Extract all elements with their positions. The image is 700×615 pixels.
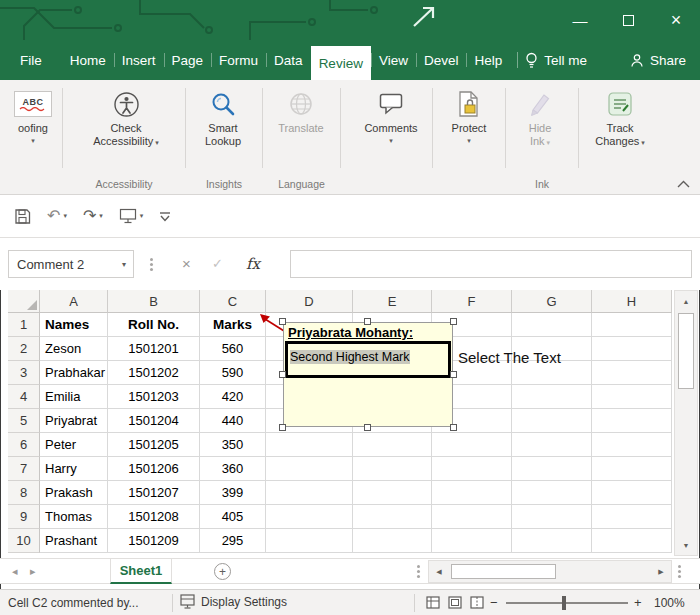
cell-H1[interactable] (592, 313, 672, 337)
close-button[interactable]: × (652, 0, 700, 40)
column-header-D[interactable]: D (266, 290, 353, 313)
proofing-button[interactable]: ABC oofing ▾ (6, 86, 60, 145)
tab-formulas[interactable]: Formu (211, 40, 266, 80)
undo-button[interactable]: ↶ ▾ (47, 208, 67, 224)
normal-view-icon[interactable] (426, 596, 440, 609)
selection-handle[interactable] (364, 318, 371, 325)
formula-input[interactable] (290, 250, 692, 278)
column-header-B[interactable]: B (108, 290, 200, 313)
selection-handle[interactable] (279, 371, 286, 378)
cell-H6[interactable] (592, 433, 672, 457)
tab-file[interactable]: File (12, 40, 50, 80)
row-header-9[interactable]: 9 (8, 505, 40, 529)
cell-E8[interactable] (353, 481, 432, 505)
page-break-view-icon[interactable] (470, 596, 484, 609)
cell-G4[interactable] (512, 385, 592, 409)
check-accessibility-button[interactable]: Check Accessibility▾ (78, 86, 174, 149)
cell-C7[interactable]: 360 (200, 457, 266, 481)
scroll-up-arrow[interactable]: ▲ (675, 291, 697, 311)
cell-F9[interactable] (432, 505, 512, 529)
cell-H7[interactable] (592, 457, 672, 481)
cell-A10[interactable]: Prashant (40, 529, 108, 553)
comment-box[interactable]: Priyabrata Mohanty: Second Highest Mark (283, 322, 453, 427)
cell-D8[interactable] (266, 481, 353, 505)
cell-E7[interactable] (353, 457, 432, 481)
sheet-nav-right-icon[interactable]: ▸ (30, 565, 36, 578)
scroll-left-arrow[interactable]: ◀ (429, 561, 449, 582)
cell-A1[interactable]: Names (40, 313, 108, 337)
column-header-C[interactable]: C (200, 290, 266, 313)
cell-G9[interactable] (512, 505, 592, 529)
cell-C2[interactable]: 560 (200, 337, 266, 361)
name-box-resize-handle[interactable] (150, 258, 153, 261)
zoom-slider[interactable] (506, 602, 628, 604)
tab-view[interactable]: View (371, 40, 416, 80)
select-all-corner[interactable] (8, 290, 40, 313)
tab-home[interactable]: Home (62, 40, 114, 80)
tab-data[interactable]: Data (266, 40, 311, 80)
cell-G7[interactable] (512, 457, 592, 481)
cell-G1[interactable] (512, 313, 592, 337)
cell-A6[interactable]: Peter (40, 433, 108, 457)
customize-quick-access-button[interactable] (159, 211, 171, 222)
selection-handle[interactable] (364, 424, 371, 431)
tab-insert[interactable]: Insert (114, 40, 164, 80)
share-button[interactable]: Share (630, 40, 700, 80)
cell-C10[interactable]: 295 (200, 529, 266, 553)
selection-handle[interactable] (450, 371, 457, 378)
cell-A8[interactable]: Prakash (40, 481, 108, 505)
zoom-slider-thumb[interactable] (562, 596, 566, 610)
cell-C9[interactable]: 405 (200, 505, 266, 529)
vertical-scroll-thumb[interactable] (678, 313, 694, 389)
comment-text-edit-box[interactable]: Second Highest Mark (285, 341, 451, 378)
track-changes-button[interactable]: Track Changes▾ (586, 86, 654, 149)
cell-G8[interactable] (512, 481, 592, 505)
cell-H8[interactable] (592, 481, 672, 505)
cell-A7[interactable]: Harry (40, 457, 108, 481)
tab-review[interactable]: Review (311, 46, 371, 80)
cell-H3[interactable] (592, 361, 672, 385)
cell-H10[interactable] (592, 529, 672, 553)
minimize-button[interactable]: — (556, 0, 604, 40)
name-box[interactable]: Comment 2 ▾ (8, 250, 134, 278)
tab-scrollbar-splitter[interactable] (417, 565, 420, 568)
column-header-A[interactable]: A (40, 290, 108, 313)
cell-A2[interactable]: Zeson (40, 337, 108, 361)
cell-C4[interactable]: 420 (200, 385, 266, 409)
cell-A4[interactable]: Emilia (40, 385, 108, 409)
tab-page-layout[interactable]: Page (164, 40, 212, 80)
column-header-G[interactable]: G (512, 290, 592, 313)
zoom-level[interactable]: 100% (654, 596, 685, 610)
collapse-ribbon-icon[interactable] (677, 180, 690, 188)
row-header-1[interactable]: 1 (8, 313, 40, 337)
cell-F7[interactable] (432, 457, 512, 481)
selection-handle[interactable] (450, 318, 457, 325)
row-header-7[interactable]: 7 (8, 457, 40, 481)
protect-button[interactable]: Protect ▾ (438, 86, 500, 145)
cell-D10[interactable] (266, 529, 353, 553)
cell-A5[interactable]: Priyabrat (40, 409, 108, 433)
cell-C8[interactable]: 399 (200, 481, 266, 505)
scrollbar-right-splitter[interactable] (678, 565, 681, 568)
cell-B1[interactable]: Roll No. (108, 313, 200, 337)
tell-me-button[interactable]: Tell me (525, 40, 587, 80)
cell-C6[interactable]: 350 (200, 433, 266, 457)
cell-B7[interactable]: 1501206 (108, 457, 200, 481)
selection-handle[interactable] (279, 318, 286, 325)
cell-C5[interactable]: 440 (200, 409, 266, 433)
new-sheet-button[interactable]: + (214, 563, 231, 580)
cell-G10[interactable] (512, 529, 592, 553)
row-header-5[interactable]: 5 (8, 409, 40, 433)
zoom-in-button[interactable]: + (634, 595, 642, 610)
sheet-tab-sheet1[interactable]: Sheet1 (110, 559, 172, 584)
scroll-right-arrow[interactable]: ▶ (651, 561, 671, 582)
cell-D7[interactable] (266, 457, 353, 481)
row-header-3[interactable]: 3 (8, 361, 40, 385)
cell-B5[interactable]: 1501204 (108, 409, 200, 433)
vertical-scrollbar[interactable]: ▲ ▼ (674, 290, 698, 556)
cell-F6[interactable] (432, 433, 512, 457)
selection-handle[interactable] (450, 424, 457, 431)
column-header-E[interactable]: E (353, 290, 432, 313)
smart-lookup-button[interactable]: Smart Lookup (192, 86, 254, 148)
maximize-button[interactable] (604, 0, 652, 40)
